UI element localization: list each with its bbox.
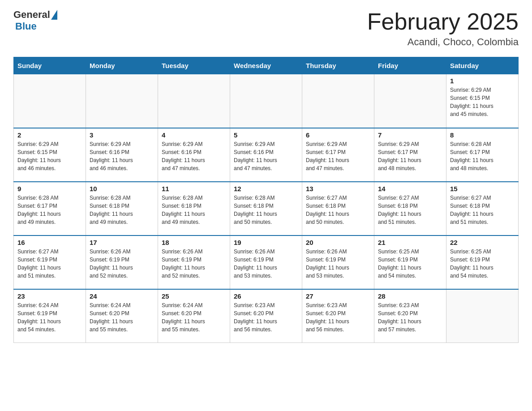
weekday-header-sunday: Sunday <box>14 57 86 74</box>
day-info: Sunrise: 6:23 AMSunset: 6:20 PMDaylight:… <box>306 301 370 334</box>
weekday-header-monday: Monday <box>86 57 158 74</box>
calendar-week-row-5: 23Sunrise: 6:24 AMSunset: 6:19 PMDayligh… <box>14 289 519 343</box>
day-info: Sunrise: 6:28 AMSunset: 6:18 PMDaylight:… <box>162 194 226 226</box>
day-info: Sunrise: 6:26 AMSunset: 6:19 PMDaylight:… <box>306 248 370 280</box>
day-info: Sunrise: 6:27 AMSunset: 6:18 PMDaylight:… <box>450 194 515 226</box>
calendar-cell: 3Sunrise: 6:29 AMSunset: 6:16 PMDaylight… <box>86 128 158 182</box>
calendar-cell: 1Sunrise: 6:29 AMSunset: 6:15 PMDaylight… <box>446 74 519 128</box>
weekday-header-tuesday: Tuesday <box>158 57 230 74</box>
calendar-cell: 16Sunrise: 6:27 AMSunset: 6:19 PMDayligh… <box>14 235 86 289</box>
calendar-cell: 8Sunrise: 6:28 AMSunset: 6:17 PMDaylight… <box>446 128 519 182</box>
day-number: 12 <box>234 185 298 193</box>
logo-blue-text: Blue <box>15 21 37 32</box>
day-number: 11 <box>162 185 226 193</box>
day-number: 27 <box>306 292 370 300</box>
calendar-cell: 12Sunrise: 6:28 AMSunset: 6:18 PMDayligh… <box>230 182 302 235</box>
day-number: 19 <box>234 239 298 246</box>
page-header: General Blue February 2025 Acandi, Choco… <box>13 9 519 48</box>
day-info: Sunrise: 6:27 AMSunset: 6:18 PMDaylight:… <box>378 194 442 226</box>
day-info: Sunrise: 6:23 AMSunset: 6:20 PMDaylight:… <box>234 301 298 334</box>
calendar-cell <box>14 74 86 128</box>
day-number: 13 <box>306 185 370 193</box>
day-info: Sunrise: 6:25 AMSunset: 6:19 PMDaylight:… <box>378 248 442 280</box>
day-number: 24 <box>90 292 154 300</box>
day-number: 3 <box>90 131 154 139</box>
calendar-cell: 2Sunrise: 6:29 AMSunset: 6:15 PMDaylight… <box>14 128 86 182</box>
weekday-header-row: SundayMondayTuesdayWednesdayThursdayFrid… <box>14 57 519 74</box>
day-info: Sunrise: 6:28 AMSunset: 6:18 PMDaylight:… <box>90 194 154 226</box>
day-info: Sunrise: 6:29 AMSunset: 6:15 PMDaylight:… <box>17 140 82 172</box>
day-info: Sunrise: 6:29 AMSunset: 6:16 PMDaylight:… <box>162 140 226 172</box>
calendar-cell <box>230 74 302 128</box>
calendar-week-row-3: 9Sunrise: 6:28 AMSunset: 6:17 PMDaylight… <box>14 182 519 235</box>
calendar-cell: 27Sunrise: 6:23 AMSunset: 6:20 PMDayligh… <box>302 289 374 343</box>
calendar-cell: 11Sunrise: 6:28 AMSunset: 6:18 PMDayligh… <box>158 182 230 235</box>
day-info: Sunrise: 6:24 AMSunset: 6:20 PMDaylight:… <box>162 301 226 334</box>
calendar-cell: 28Sunrise: 6:23 AMSunset: 6:20 PMDayligh… <box>374 289 446 343</box>
calendar-cell <box>86 74 158 128</box>
day-info: Sunrise: 6:29 AMSunset: 6:16 PMDaylight:… <box>90 140 154 172</box>
day-number: 22 <box>450 239 515 246</box>
month-title: February 2025 <box>367 9 519 34</box>
day-number: 18 <box>162 239 226 246</box>
calendar-cell: 13Sunrise: 6:27 AMSunset: 6:18 PMDayligh… <box>302 182 374 235</box>
day-info: Sunrise: 6:27 AMSunset: 6:19 PMDaylight:… <box>17 248 82 280</box>
calendar-cell <box>302 74 374 128</box>
calendar-cell: 7Sunrise: 6:29 AMSunset: 6:17 PMDaylight… <box>374 128 446 182</box>
day-number: 5 <box>234 131 298 139</box>
calendar-cell: 5Sunrise: 6:29 AMSunset: 6:16 PMDaylight… <box>230 128 302 182</box>
calendar-cell: 19Sunrise: 6:26 AMSunset: 6:19 PMDayligh… <box>230 235 302 289</box>
day-number: 17 <box>90 239 154 246</box>
day-info: Sunrise: 6:26 AMSunset: 6:19 PMDaylight:… <box>162 248 226 280</box>
calendar-cell: 20Sunrise: 6:26 AMSunset: 6:19 PMDayligh… <box>302 235 374 289</box>
calendar-cell <box>446 289 519 343</box>
day-number: 23 <box>17 292 82 300</box>
day-info: Sunrise: 6:29 AMSunset: 6:17 PMDaylight:… <box>306 140 370 172</box>
calendar-table: SundayMondayTuesdayWednesdayThursdayFrid… <box>13 57 519 343</box>
day-number: 2 <box>17 131 82 139</box>
day-number: 8 <box>450 131 515 139</box>
weekday-header-thursday: Thursday <box>302 57 374 74</box>
location-title: Acandi, Choco, Colombia <box>367 36 519 48</box>
day-number: 21 <box>378 239 442 246</box>
day-info: Sunrise: 6:29 AMSunset: 6:15 PMDaylight:… <box>450 86 515 118</box>
day-info: Sunrise: 6:26 AMSunset: 6:19 PMDaylight:… <box>90 248 154 280</box>
calendar-cell: 22Sunrise: 6:25 AMSunset: 6:19 PMDayligh… <box>446 235 519 289</box>
day-number: 9 <box>17 185 82 193</box>
calendar-cell <box>374 74 446 128</box>
day-info: Sunrise: 6:26 AMSunset: 6:19 PMDaylight:… <box>234 248 298 280</box>
calendar-cell: 9Sunrise: 6:28 AMSunset: 6:17 PMDaylight… <box>14 182 86 235</box>
calendar-cell: 6Sunrise: 6:29 AMSunset: 6:17 PMDaylight… <box>302 128 374 182</box>
calendar-cell: 4Sunrise: 6:29 AMSunset: 6:16 PMDaylight… <box>158 128 230 182</box>
day-number: 10 <box>90 185 154 193</box>
calendar-cell: 24Sunrise: 6:24 AMSunset: 6:20 PMDayligh… <box>86 289 158 343</box>
day-info: Sunrise: 6:29 AMSunset: 6:16 PMDaylight:… <box>234 140 298 172</box>
day-number: 6 <box>306 131 370 139</box>
calendar-week-row-1: 1Sunrise: 6:29 AMSunset: 6:15 PMDaylight… <box>14 74 519 128</box>
calendar-cell: 21Sunrise: 6:25 AMSunset: 6:19 PMDayligh… <box>374 235 446 289</box>
day-info: Sunrise: 6:28 AMSunset: 6:17 PMDaylight:… <box>450 140 515 172</box>
calendar-cell: 23Sunrise: 6:24 AMSunset: 6:19 PMDayligh… <box>14 289 86 343</box>
day-number: 7 <box>378 131 442 139</box>
day-info: Sunrise: 6:24 AMSunset: 6:19 PMDaylight:… <box>17 301 82 334</box>
calendar-cell <box>158 74 230 128</box>
calendar-cell: 18Sunrise: 6:26 AMSunset: 6:19 PMDayligh… <box>158 235 230 289</box>
calendar-cell: 10Sunrise: 6:28 AMSunset: 6:18 PMDayligh… <box>86 182 158 235</box>
day-info: Sunrise: 6:27 AMSunset: 6:18 PMDaylight:… <box>306 194 370 226</box>
day-number: 14 <box>378 185 442 193</box>
logo-general-text: General <box>13 9 50 21</box>
day-number: 25 <box>162 292 226 300</box>
day-number: 1 <box>450 77 515 85</box>
calendar-week-row-4: 16Sunrise: 6:27 AMSunset: 6:19 PMDayligh… <box>14 235 519 289</box>
day-number: 28 <box>378 292 442 300</box>
weekday-header-friday: Friday <box>374 57 446 74</box>
logo-triangle-icon <box>51 10 57 20</box>
day-number: 15 <box>450 185 515 193</box>
calendar-cell: 17Sunrise: 6:26 AMSunset: 6:19 PMDayligh… <box>86 235 158 289</box>
title-block: February 2025 Acandi, Choco, Colombia <box>367 9 519 48</box>
day-number: 26 <box>234 292 298 300</box>
weekday-header-wednesday: Wednesday <box>230 57 302 74</box>
day-info: Sunrise: 6:23 AMSunset: 6:20 PMDaylight:… <box>378 301 442 334</box>
calendar-cell: 26Sunrise: 6:23 AMSunset: 6:20 PMDayligh… <box>230 289 302 343</box>
day-info: Sunrise: 6:25 AMSunset: 6:19 PMDaylight:… <box>450 248 515 280</box>
